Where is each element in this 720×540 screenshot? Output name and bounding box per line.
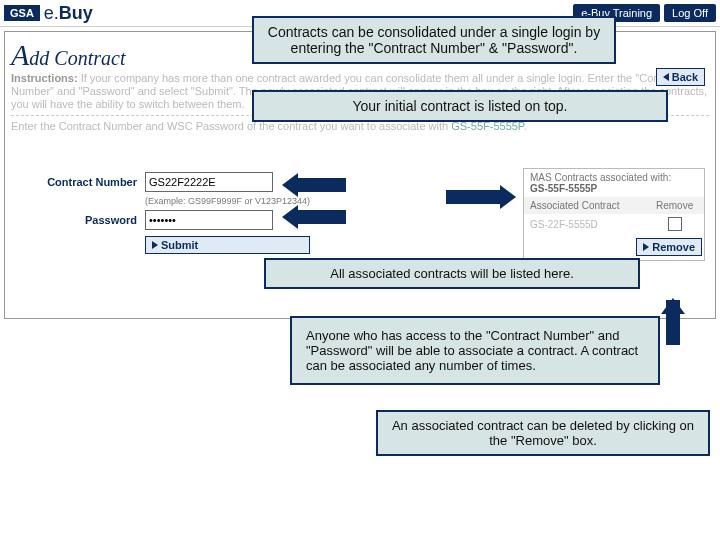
password-input[interactable] [145, 210, 273, 230]
callout-listed: All associated contracts will be listed … [264, 258, 640, 289]
remove-button[interactable]: Remove [636, 238, 702, 256]
logoff-button[interactable]: Log Off [664, 4, 716, 22]
arrow-up-icon [666, 300, 680, 345]
chevron-left-icon [663, 73, 669, 81]
chevron-right-icon [643, 243, 649, 251]
arrow-left-icon [296, 178, 346, 192]
ebuy-logo: e.Buy [44, 3, 93, 24]
assoc-header: MAS Contracts associated with:GS-55F-555… [524, 169, 704, 197]
password-label: Password [17, 214, 145, 226]
associated-contracts-box: MAS Contracts associated with:GS-55F-555… [523, 168, 705, 261]
callout-access: Anyone who has access to the "Contract N… [290, 316, 660, 385]
callout-initial: Your initial contract is listed on top. [252, 90, 668, 122]
assoc-col-remove: Remove [645, 197, 704, 214]
associate-form: Contract Number (Example: GS99F9999F or … [17, 172, 310, 254]
chevron-right-icon [152, 241, 158, 249]
contract-number-label: Contract Number [17, 176, 145, 188]
gsa-logo: GSA [4, 5, 40, 21]
arrow-right-icon [446, 190, 502, 204]
assoc-row-contract: GS-22F-5555D [524, 214, 645, 234]
contract-number-input[interactable] [145, 172, 273, 192]
back-button[interactable]: Back [656, 68, 705, 86]
assoc-col-contract: Associated Contract [524, 197, 645, 214]
callout-consolidate: Contracts can be consolidated under a si… [252, 16, 616, 64]
arrow-left-icon [296, 210, 346, 224]
remove-checkbox[interactable] [668, 217, 682, 231]
callout-delete: An associated contract can be deleted by… [376, 410, 710, 456]
submit-button[interactable]: Submit [145, 236, 310, 254]
